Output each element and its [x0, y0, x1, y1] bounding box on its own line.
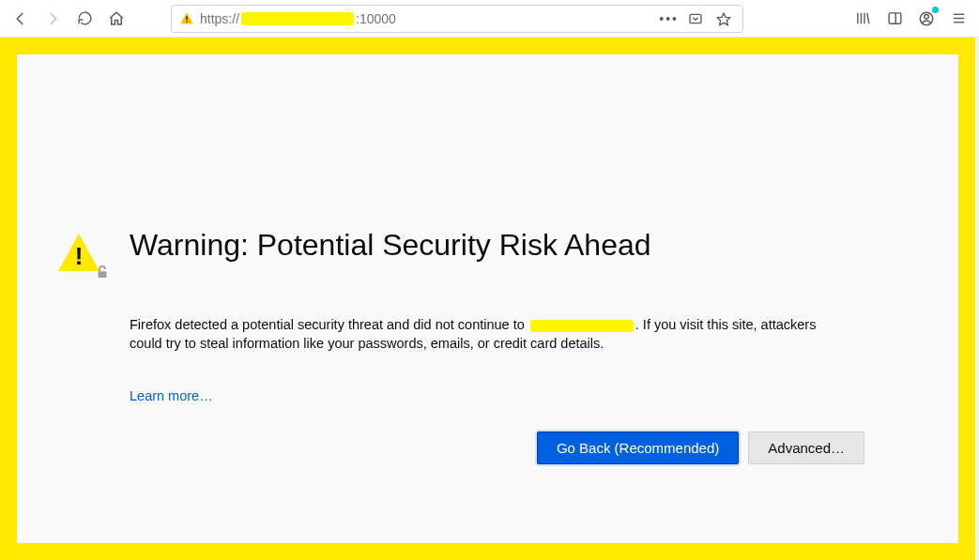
- account-icon[interactable]: [911, 4, 941, 34]
- notification-dot-icon: [932, 7, 939, 13]
- learn-more-link[interactable]: Learn more…: [130, 388, 864, 403]
- svg-line-7: [866, 13, 868, 23]
- go-back-button[interactable]: Go Back (Recommended): [537, 431, 739, 464]
- library-icon[interactable]: [848, 4, 878, 34]
- svg-point-11: [925, 14, 929, 19]
- warning-title: Warning: Potential Security Risk Ahead: [130, 228, 651, 263]
- insecure-lock-icon: [179, 11, 194, 26]
- back-button[interactable]: [6, 4, 36, 34]
- reader-pocket-icon[interactable]: [684, 8, 707, 30]
- home-button[interactable]: [101, 4, 131, 34]
- svg-rect-0: [186, 16, 187, 20]
- svg-rect-1: [186, 21, 187, 22]
- url-redacted-host: [241, 12, 354, 25]
- warning-content: ! Warning: Potential Security Risk Ahead…: [58, 228, 864, 464]
- warning-frame: ! Warning: Potential Security Risk Ahead…: [0, 38, 975, 560]
- scrollbar[interactable]: [975, 38, 979, 560]
- toolbar-right-icons: [848, 4, 973, 34]
- button-row: Go Back (Recommended) Advanced…: [130, 431, 864, 464]
- warning-triangle-icon: !: [58, 234, 101, 277]
- reload-button[interactable]: [69, 4, 99, 34]
- advanced-button[interactable]: Advanced…: [748, 431, 864, 464]
- lock-badge-icon: [94, 264, 111, 284]
- forward-button[interactable]: [38, 4, 68, 34]
- page-actions-icon[interactable]: •••: [659, 11, 679, 26]
- browser-toolbar: https:// :10000 •••: [0, 0, 979, 38]
- warning-body: Firefox detected a potential security th…: [130, 316, 843, 353]
- url-bar[interactable]: https:// :10000 •••: [171, 5, 743, 33]
- svg-rect-2: [690, 14, 701, 23]
- bookmark-star-icon[interactable]: [712, 8, 735, 30]
- sidebars-icon[interactable]: [880, 4, 910, 34]
- svg-rect-15: [99, 271, 107, 278]
- warning-page: ! Warning: Potential Security Risk Ahead…: [17, 54, 958, 543]
- body-redacted-host: [530, 320, 634, 332]
- svg-marker-3: [717, 13, 729, 25]
- hamburger-menu-icon[interactable]: [943, 4, 973, 34]
- url-text: https:// :10000: [200, 11, 653, 26]
